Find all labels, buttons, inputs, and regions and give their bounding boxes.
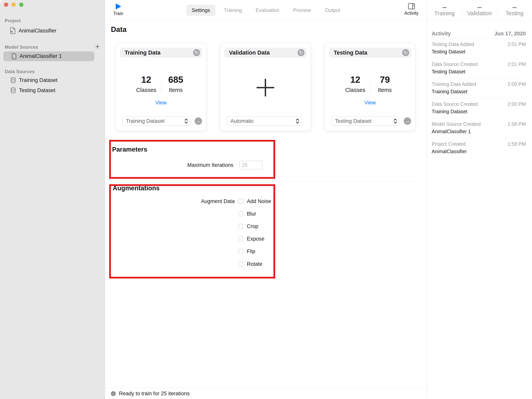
minimize-window-button[interactable] xyxy=(12,3,16,7)
add-noise-checkbox[interactable] xyxy=(238,199,243,204)
tab-settings[interactable]: Settings xyxy=(186,5,215,16)
database-icon xyxy=(11,87,16,94)
sidebar-item-testing-dataset[interactable]: Testing Dataset xyxy=(11,87,55,94)
train-button[interactable]: Train xyxy=(113,4,123,16)
validation-data-source-dropdown[interactable]: Automatic xyxy=(227,117,302,126)
activity-event-title: Project Created xyxy=(432,141,466,147)
window-controls xyxy=(4,3,24,7)
augment-data-label: Augment Data xyxy=(105,197,235,205)
training-data-card: Training Data ↻ 12 Classes 685 Items Vie… xyxy=(116,44,206,131)
activity-event-time: 2:00 PM xyxy=(507,81,526,87)
card-title: Testing Data xyxy=(334,50,367,56)
training-data-stats: 12 Classes 685 Items xyxy=(116,74,206,93)
activity-event-time: 2:01 PM xyxy=(507,41,526,47)
activity-button-label: Activity xyxy=(404,11,418,16)
sidebar-item-project-animalclassifier[interactable]: ML AnimalClassifier xyxy=(10,27,57,34)
tab-output[interactable]: Output xyxy=(319,5,346,16)
training-data-source-dropdown[interactable]: Training Dataset xyxy=(122,117,191,126)
maximum-iterations-input[interactable] xyxy=(240,161,263,169)
close-window-button[interactable] xyxy=(4,3,8,7)
sidebar-section-model-sources: Model Sources xyxy=(5,44,38,50)
items-caption: Items xyxy=(161,87,190,93)
dropdown-selected-value: Training Dataset xyxy=(126,118,165,124)
metric-separator xyxy=(496,11,497,18)
testing-metric: – Testing xyxy=(497,0,532,20)
tab-training[interactable]: Training xyxy=(218,5,247,16)
checkbox-label[interactable]: Add Noise xyxy=(247,198,271,204)
tab-preview[interactable]: Preview xyxy=(287,5,317,16)
no-value-dash: – xyxy=(442,4,447,10)
sidebar-item-model-source-selected[interactable]: AnimalClassifier 1 xyxy=(3,51,94,61)
chevron-up-down-icon xyxy=(393,118,397,124)
activity-event-subject: Training Dataset xyxy=(432,89,468,95)
card-title: Training Data xyxy=(125,50,161,56)
sidebar-section-project: Project xyxy=(5,18,20,24)
tab-evaluation[interactable]: Evaluation xyxy=(250,5,285,16)
sidebar-item-training-dataset[interactable]: Training Dataset xyxy=(11,77,57,83)
crop-checkbox[interactable] xyxy=(238,224,243,229)
blur-checkbox[interactable] xyxy=(238,211,243,216)
page-title: Data xyxy=(111,25,127,34)
metric-separator xyxy=(462,11,463,18)
training-metric: – Training xyxy=(427,0,462,20)
checkbox-label[interactable]: Expose xyxy=(247,236,264,242)
sidebar-item-model-source-content: AnimalClassifier 1 xyxy=(12,53,62,59)
dropdown-selected-value: Automatic xyxy=(230,118,254,124)
view-training-data-link[interactable]: View xyxy=(116,100,206,106)
sidebar-item-label: Testing Dataset xyxy=(19,88,55,94)
augmentation-option-rotate: Rotate xyxy=(238,260,262,268)
activity-event-subject: Testing Dataset xyxy=(432,49,465,55)
zoom-window-button[interactable] xyxy=(19,3,24,7)
augmentation-option-crop: Crop xyxy=(238,222,258,230)
metric-label: Testing xyxy=(506,10,524,17)
activity-log-row: Model Source Created 1:58 PM AnimalClass… xyxy=(432,118,526,138)
activity-event-title: Model Source Created xyxy=(432,121,481,127)
activity-log-date: Jun 17, 2020 xyxy=(494,31,526,37)
augmentation-option-blur: Blur xyxy=(238,210,256,218)
refresh-icon[interactable]: ↻ xyxy=(402,49,409,56)
activity-event-subject: Training Dataset xyxy=(432,109,468,114)
add-model-source-button[interactable]: + xyxy=(93,42,102,51)
activity-event-subject: AnimalClassifier 1 xyxy=(432,129,471,134)
expose-checkbox[interactable] xyxy=(238,236,243,241)
svg-text:ML: ML xyxy=(11,31,13,33)
toggle-activity-panel-button[interactable]: Activity xyxy=(404,3,418,16)
activity-panel: – Training – Validation – Testing Activi… xyxy=(427,0,532,399)
classes-count: 12 xyxy=(132,74,161,85)
checkbox-label[interactable]: Rotate xyxy=(247,261,262,267)
testing-data-source-dropdown[interactable]: Testing Dataset xyxy=(331,117,400,126)
flip-checkbox[interactable] xyxy=(238,249,243,254)
play-icon xyxy=(116,4,121,9)
classes-caption: Classes xyxy=(341,87,370,93)
training-data-card-header: Training Data ↻ xyxy=(120,48,202,57)
refresh-icon[interactable]: ↻ xyxy=(193,49,200,56)
open-training-data-arrow-button[interactable]: → xyxy=(195,117,202,125)
activity-log-title: Activity xyxy=(432,31,451,37)
chevron-up-down-icon xyxy=(184,118,188,124)
classes-count: 12 xyxy=(341,74,370,85)
activity-log-row: Testing Data Added 2:01 PM Testing Datas… xyxy=(432,38,526,58)
augmentation-option-flip: Flip xyxy=(238,247,255,255)
validation-data-card: Validation Data ↻ Automatic xyxy=(221,44,310,131)
rotate-checkbox[interactable] xyxy=(238,261,243,266)
sidebar: Project ML AnimalClassifier Model Source… xyxy=(0,0,105,399)
database-icon xyxy=(11,77,16,83)
activity-event-time: 1:58 PM xyxy=(507,121,526,127)
classes-caption: Classes xyxy=(132,87,161,93)
sidebar-section-data-sources: Data Sources xyxy=(5,69,35,74)
refresh-icon[interactable]: ↻ xyxy=(298,49,304,56)
checkbox-label[interactable]: Flip xyxy=(247,248,255,254)
checkbox-label[interactable]: Crop xyxy=(247,223,258,229)
open-testing-data-arrow-button[interactable]: → xyxy=(404,117,411,125)
maximum-iterations-label: Maximum Iterations xyxy=(105,161,233,169)
activity-event-title: Training Data Added xyxy=(432,81,476,87)
checkbox-label[interactable]: Blur xyxy=(247,211,256,217)
activity-event-title: Data Source Created xyxy=(432,101,478,107)
view-testing-data-link[interactable]: View xyxy=(325,100,415,106)
add-validation-data-button[interactable] xyxy=(256,78,275,97)
sidebar-item-label: AnimalClassifier xyxy=(19,28,57,34)
activity-panel-icon xyxy=(408,3,415,9)
status-text: Ready to train for 25 iterations xyxy=(119,391,190,397)
activity-event-time: 1:58 PM xyxy=(507,141,526,147)
sidebar-item-label: AnimalClassifier 1 xyxy=(19,53,62,59)
